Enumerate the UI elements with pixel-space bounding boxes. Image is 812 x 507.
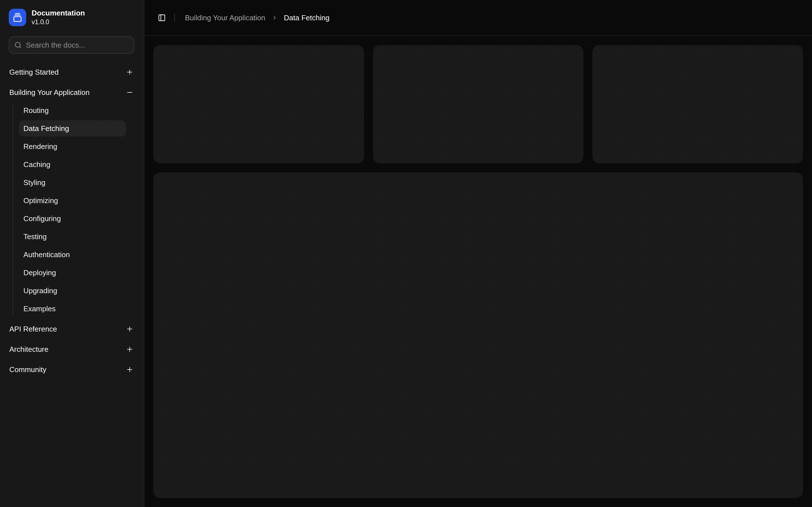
sidebar-item-configuring[interactable]: Configuring — [19, 210, 126, 227]
sidebar-item-label: Rendering — [23, 142, 57, 151]
sidebar-item-examples[interactable]: Examples — [19, 300, 126, 317]
sidebar-item-authentication[interactable]: Authentication — [19, 246, 126, 263]
sidebar-item-caching[interactable]: Caching — [19, 156, 126, 173]
sidebar-item-label: Examples — [23, 304, 56, 313]
chevron-right-icon — [271, 15, 278, 21]
sidebar-item-rendering[interactable]: Rendering — [19, 138, 126, 155]
sidebar-item-label: Configuring — [23, 214, 61, 223]
section-label: Community — [9, 365, 46, 374]
sidebar-item-label: Styling — [23, 178, 45, 187]
sidebar-nav: Getting Started Building Your Applicatio… — [0, 63, 144, 381]
plus-icon[interactable] — [126, 325, 134, 333]
sub-row: Examples — [19, 300, 144, 318]
sub-row: Testing — [19, 228, 144, 245]
sub-row: Authentication — [19, 245, 144, 264]
sidebar-item-label: Testing — [23, 232, 47, 241]
app-title: Documentation — [32, 8, 85, 18]
sidebar-item-routing[interactable]: Routing — [19, 102, 126, 119]
sub-row: Configuring — [19, 210, 144, 228]
search-box[interactable] — [9, 36, 134, 54]
placeholder-cards-row — [153, 45, 803, 163]
plus-icon[interactable] — [126, 68, 134, 76]
placeholder-panel — [153, 172, 803, 498]
search-icon — [14, 41, 22, 49]
sub-row: Caching — [19, 156, 144, 173]
section-label: API Reference — [9, 325, 57, 334]
sub-row: Rendering — [19, 137, 144, 156]
sidebar-item-label: Caching — [23, 160, 50, 169]
sidebar-section-getting-started[interactable]: Getting Started — [0, 63, 144, 81]
main-area: Building Your Application Data Fetching — [144, 0, 812, 507]
topbar: Building Your Application Data Fetching — [144, 0, 812, 36]
placeholder-card — [373, 45, 583, 163]
sub-row: Optimizing — [19, 191, 144, 210]
section-label: Architecture — [9, 345, 49, 354]
plus-icon[interactable] — [126, 365, 134, 374]
app-title-block: Documentation v1.0.0 — [32, 8, 85, 26]
sidebar-item-label: Optimizing — [23, 196, 58, 205]
sub-row: Routing — [19, 101, 144, 119]
sidebar-toggle-button[interactable] — [156, 11, 168, 24]
sidebar-item-label: Authentication — [23, 250, 70, 259]
search-input[interactable] — [26, 41, 129, 50]
sidebar-item-label: Data Fetching — [23, 124, 69, 133]
sidebar-item-data-fetching[interactable]: Data Fetching — [19, 120, 126, 136]
breadcrumb-current-page: Data Fetching — [284, 13, 329, 22]
app-version: v1.0.0 — [32, 18, 85, 26]
sidebar-section-community[interactable]: Community — [0, 360, 144, 379]
sidebar-item-label: Routing — [23, 106, 49, 115]
sidebar-section-architecture[interactable]: Architecture — [0, 340, 144, 358]
sidebar-sublist-building-your-application: Routing Data Fetching Rendering Caching … — [0, 101, 144, 318]
sidebar-header: Documentation v1.0.0 — [0, 0, 144, 26]
sub-row: Data Fetching — [19, 119, 144, 137]
sidebar-section-building-your-application[interactable]: Building Your Application — [0, 83, 144, 101]
sidebar-item-deploying[interactable]: Deploying — [19, 265, 126, 281]
placeholder-card — [592, 45, 803, 163]
gallery-vertical-end-icon — [13, 13, 22, 22]
placeholder-card — [153, 45, 364, 163]
breadcrumb: Building Your Application Data Fetching — [185, 13, 329, 22]
section-label: Building Your Application — [9, 88, 90, 97]
sidebar-section-api-reference[interactable]: API Reference — [0, 320, 144, 338]
sidebar-item-label: Deploying — [23, 269, 56, 277]
panel-left-icon — [158, 14, 166, 22]
breadcrumb-parent-link[interactable]: Building Your Application — [185, 13, 265, 22]
page-content — [144, 36, 812, 507]
sub-row: Deploying — [19, 264, 144, 282]
sidebar-item-label: Upgrading — [23, 286, 57, 295]
topbar-separator — [174, 13, 175, 22]
sidebar-item-testing[interactable]: Testing — [19, 228, 126, 245]
sub-row: Upgrading — [19, 282, 144, 300]
app-window: Documentation v1.0.0 Getting Started — [0, 0, 812, 507]
plus-icon[interactable] — [126, 345, 134, 353]
minus-icon[interactable] — [126, 89, 134, 96]
app-logo[interactable] — [9, 9, 26, 26]
sidebar-item-optimizing[interactable]: Optimizing — [19, 192, 126, 209]
sidebar: Documentation v1.0.0 Getting Started — [0, 0, 144, 507]
sidebar-item-upgrading[interactable]: Upgrading — [19, 283, 126, 299]
section-label: Getting Started — [9, 68, 59, 76]
sidebar-item-styling[interactable]: Styling — [19, 174, 126, 191]
sub-row: Styling — [19, 173, 144, 191]
